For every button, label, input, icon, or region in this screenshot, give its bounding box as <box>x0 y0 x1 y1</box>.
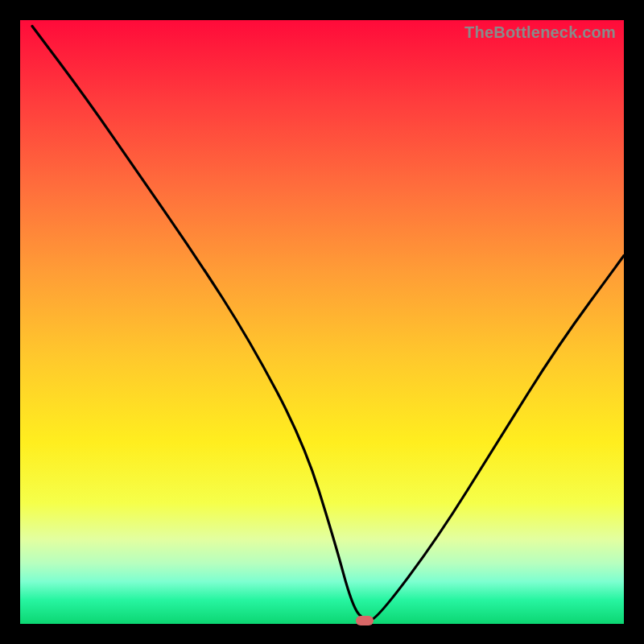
optimal-marker <box>356 616 374 625</box>
gradient-plot-area: TheBottleneck.com <box>20 20 624 624</box>
watermark-text: TheBottleneck.com <box>464 23 616 42</box>
bottleneck-curve <box>20 20 624 624</box>
